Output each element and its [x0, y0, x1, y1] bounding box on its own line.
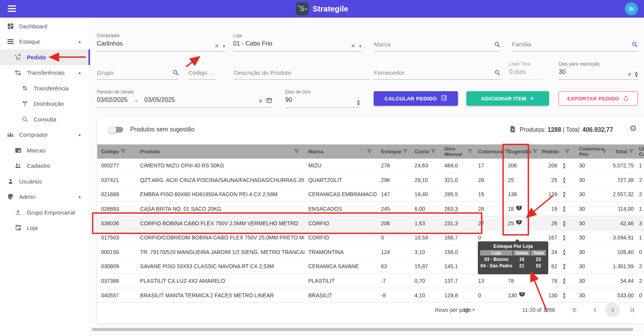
col-sugestao[interactable]: Sugestão [507, 144, 540, 159]
pedido-value[interactable]: 206 [540, 162, 557, 169]
filter-funnel-icon[interactable] [602, 149, 607, 155]
pedido-value[interactable]: 78 [540, 278, 557, 284]
filter-funnel-icon[interactable] [294, 149, 299, 155]
filter-funnel-icon[interactable] [565, 149, 570, 155]
sidebar-item-comprador[interactable]: Comprador ▲ [0, 127, 90, 143]
next-page-button[interactable] [605, 303, 620, 317]
search-icon[interactable] [494, 69, 500, 77]
sidebar-item-pedido[interactable]: Pedido [0, 49, 90, 65]
pedido-stepper[interactable]: ∧∨ [562, 191, 566, 197]
filter-funnel-icon[interactable] [467, 149, 472, 155]
table-row[interactable]: 000277CIMENTO MIZU CPIII 40 RS 50KGMIZU2… [97, 159, 644, 173]
dropdown-caret-icon[interactable]: ▼ [358, 44, 362, 48]
info-icon[interactable]: i [519, 292, 525, 297]
table-row[interactable]: 040557BRASILIT MANTA TERMICA 2 FACES MET… [97, 288, 644, 303]
search-icon[interactable] [494, 41, 500, 49]
dropdown-caret-icon[interactable]: ▼ [222, 44, 226, 48]
table-row[interactable]: 030809SAVANE PISO 53X53 CLASSIC NAVONA R… [97, 259, 644, 274]
col-estoque[interactable]: Estoque [377, 144, 411, 159]
table-row[interactable]: 021889EMBRA PISO 60X60 HD61850A FACON PE… [97, 187, 644, 202]
filter-funnel-icon[interactable] [431, 149, 436, 155]
col-custo[interactable]: Custo [411, 144, 441, 159]
produtos-sem-sugestao-toggle[interactable] [110, 127, 123, 133]
col-pedido[interactable]: Pedido [540, 144, 575, 159]
loja-field[interactable]: Loja 01 - Cabo Frio ✕▼ [233, 33, 362, 51]
pedido-stepper[interactable]: ∧∨ [562, 206, 566, 212]
calcular-pedido-button[interactable]: CALCULAR PEDIDO [374, 91, 458, 106]
table-row[interactable]: 017503CORFIO/COBREOM BOBINA CABO FLEX 75… [97, 231, 644, 245]
horizontal-scrollbar[interactable] [92, 328, 633, 331]
search-icon[interactable] [172, 69, 179, 77]
clear-icon[interactable]: ✕ [351, 43, 355, 49]
collapse-arrow-icon[interactable]: ▲ [78, 133, 82, 137]
pedido-value[interactable]: 130 [540, 292, 557, 298]
pedido-stepper[interactable]: ∧∨ [562, 162, 566, 169]
clear-icon[interactable]: ✕ [627, 71, 632, 77]
date-end[interactable]: 03/05/2025 [144, 97, 175, 103]
descricao-produto-field[interactable]: Descrição do Produto [234, 61, 370, 80]
pedido-stepper[interactable]: ∧∨ [562, 249, 566, 255]
rows-per-page-select[interactable]: 10▼ [463, 307, 476, 313]
exportar-pedido-button[interactable]: EXPORTAR PEDIDO [559, 91, 638, 106]
col-cobertura-pos[interactable]: Cobertura Pós [575, 144, 610, 159]
sidebar-item-marcas[interactable]: Marcas [0, 143, 90, 158]
sidebar-item-consulta[interactable]: Consulta [0, 111, 90, 127]
pedido-stepper[interactable]: ∧∨ [562, 292, 566, 298]
table-row-highlighted[interactable]: 038036CORFIO BOBINA CABO FLEX 750V 2,5MM… [97, 216, 644, 231]
familia-field[interactable]: Familia [512, 33, 638, 51]
pedido-value[interactable]: 167 [540, 234, 557, 241]
filter-funnel-icon[interactable] [367, 149, 372, 155]
clear-icon[interactable]: ✕ [258, 98, 263, 104]
col-cobertura[interactable]: Cobertura [474, 144, 507, 159]
collapse-arrow-icon[interactable]: ▲ [78, 195, 82, 199]
excel-file-icon[interactable]: x [509, 125, 517, 134]
sidebar-item-transferencias[interactable]: Transferências ▲ [0, 65, 90, 81]
grupo-field[interactable]: Grupo [97, 61, 179, 80]
marca-field[interactable]: Marca [374, 33, 500, 51]
filter-funnel-icon[interactable] [121, 149, 126, 155]
pedido-stepper[interactable]: ∧∨ [562, 278, 566, 284]
collapse-arrow-icon[interactable]: ▲ [78, 39, 82, 44]
pedido-stepper[interactable]: ∧∨ [562, 177, 566, 183]
comprador-field[interactable]: Comprador Carlinhos ✕▼ [97, 33, 226, 51]
sidebar-item-grupo-empresarial[interactable]: Grupo Empresarial [0, 205, 90, 220]
filter-funnel-icon[interactable] [403, 149, 408, 155]
gear-icon[interactable]: ⚙ [629, 124, 637, 133]
info-icon[interactable]: i [516, 220, 522, 225]
pedido-stepper[interactable]: ∧∨ [562, 263, 566, 269]
pedido-stepper[interactable]: ∧∨ [562, 220, 566, 226]
pedido-value[interactable]: 139 [540, 191, 557, 197]
pedido-value[interactable]: 26 [540, 220, 557, 226]
adicionar-item-button[interactable]: ADICIONAR ITEM + [466, 91, 549, 106]
table-row[interactable]: 037421QZT.ARG. ACIII CINZA PISCINA/SAUNA… [97, 173, 644, 188]
fornecedor-field[interactable]: Fornecedor [374, 61, 500, 80]
pedido-value[interactable]: 19 [540, 206, 557, 212]
sidebar-item-loja[interactable]: Loja [0, 220, 90, 236]
sidebar-item-admin[interactable]: Admin ▲ [0, 189, 90, 205]
sidebar-item-transferencia[interactable]: Transferência [0, 80, 90, 96]
first-page-button[interactable] [567, 303, 582, 317]
col-marca[interactable]: Marca [304, 144, 377, 159]
codigo-produto-field[interactable]: Código Pro... [188, 61, 216, 80]
sidebar-item-distribuicao[interactable]: Distribuição [0, 96, 90, 112]
last-page-button[interactable] [625, 303, 639, 317]
info-icon[interactable]: i [516, 206, 522, 210]
dias-giro-field[interactable]: Dias de Giro 90 ∧∨ [285, 89, 360, 108]
pedido-value[interactable]: 25 [540, 177, 557, 183]
search-icon[interactable] [631, 41, 638, 49]
clear-icon[interactable]: ✕ [214, 43, 219, 49]
col-produto[interactable]: Produto [136, 144, 304, 159]
table-row[interactable]: 000150TR. 79170/520 MANGUEIRA JARDIM 1/2… [97, 245, 644, 260]
user-avatar[interactable]: Br [625, 2, 638, 15]
sidebar-item-dashboard[interactable]: Dashboard [0, 18, 90, 34]
table-row[interactable]: 037388PLASTILIT CX.LUZ 4X2 AMARELOPLASTI… [97, 274, 644, 288]
periodo-venda-field[interactable]: Período de Venda 03/02/2025 → 03/05/2025… [97, 89, 273, 108]
date-start[interactable]: 03/02/2025 [97, 97, 127, 103]
col-ultima-compra[interactable]: Última Compra [637, 144, 644, 159]
sidebar-item-cadastro[interactable]: Cadastro [0, 158, 90, 174]
col-codigo[interactable]: Código [97, 144, 136, 159]
filter-funnel-icon[interactable] [629, 149, 634, 155]
sidebar-item-usuarios[interactable]: Usuários [0, 174, 90, 189]
previous-page-button[interactable] [588, 303, 602, 317]
collapse-arrow-icon[interactable]: ▲ [78, 70, 82, 75]
